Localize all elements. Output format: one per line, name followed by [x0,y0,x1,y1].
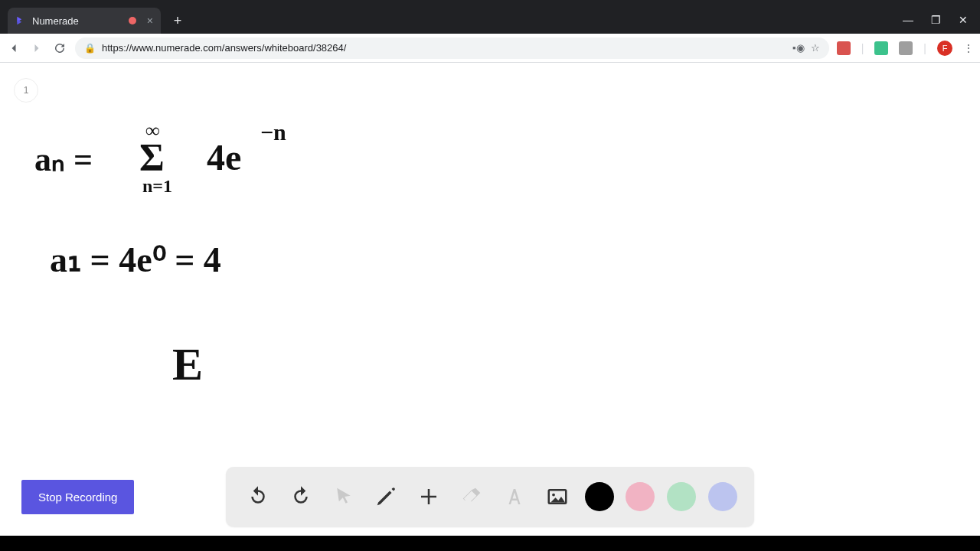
text-icon[interactable] [499,481,530,512]
undo-icon[interactable] [243,481,273,512]
tab-favicon [15,15,26,26]
color-swatch-green[interactable] [667,482,696,511]
url-text: https://www.numerade.com/answers/whitebo… [102,42,786,54]
handwriting-line-1-lhs: aₙ = [34,139,93,179]
tab-title: Numerade [32,15,79,27]
whiteboard-canvas[interactable]: 1 aₙ = ∞ Σ n=1 4e −n a₁ = 4e⁰ = 4 E Stop… [0,63,980,536]
window-controls: — ❐ ✕ [902,14,980,34]
profile-avatar[interactable]: F [937,41,952,56]
image-icon[interactable] [542,481,573,512]
nav-reload-icon[interactable] [52,41,67,56]
handwriting-sum-sigma: Σ [139,135,165,179]
color-swatch-pink[interactable] [626,482,655,511]
whiteboard-toolbar [226,467,754,527]
handwriting-line-3: E [172,338,203,391]
browser-menu-icon[interactable]: ⋮ [963,42,974,54]
window-minimize-icon[interactable]: — [902,14,914,26]
color-swatch-black[interactable] [585,482,614,511]
redo-icon[interactable] [286,481,316,512]
pen-icon[interactable] [371,481,401,512]
camera-icon[interactable]: ▪◉ [792,42,805,54]
extension-divider: | [861,42,864,54]
new-tab-button[interactable]: + [167,10,188,31]
extension-icon[interactable] [874,41,888,55]
extension-icon[interactable] [837,41,851,55]
nav-forward-icon [29,41,44,56]
eraser-icon[interactable] [456,481,487,512]
browser-toolbar: 🔒 https://www.numerade.com/answers/white… [0,34,980,63]
window-maximize-icon[interactable]: ❐ [929,14,942,26]
recording-indicator-icon [129,17,136,24]
handwriting-line-1-rhs: 4e [207,136,241,178]
browser-tab[interactable]: Numerade × [8,8,161,34]
handwriting-sum-bottom: n=1 [142,176,172,197]
handwriting-line-1-exp: −n [260,119,286,145]
lock-icon: 🔒 [84,43,96,54]
svg-point-1 [552,494,555,497]
tab-close-icon[interactable]: × [147,15,153,27]
pointer-icon[interactable] [328,481,359,512]
address-bar[interactable]: 🔒 https://www.numerade.com/answers/white… [75,37,829,59]
extension-icons: | | F ⋮ [837,41,974,56]
window-close-icon[interactable]: ✕ [957,14,969,26]
stop-recording-button[interactable]: Stop Recording [21,480,134,514]
extension-icon[interactable] [899,41,913,55]
page-number-badge[interactable]: 1 [14,78,38,103]
letterbox-bottom [0,536,980,551]
nav-back-icon[interactable] [6,41,21,56]
add-icon[interactable] [413,481,444,512]
extension-divider: | [923,42,926,54]
color-swatch-blue[interactable] [708,482,737,511]
handwriting-line-2: a₁ = 4e⁰ = 4 [50,239,221,280]
bookmark-star-icon[interactable]: ☆ [811,42,820,54]
browser-tabstrip: Numerade × + — ❐ ✕ [0,0,980,34]
